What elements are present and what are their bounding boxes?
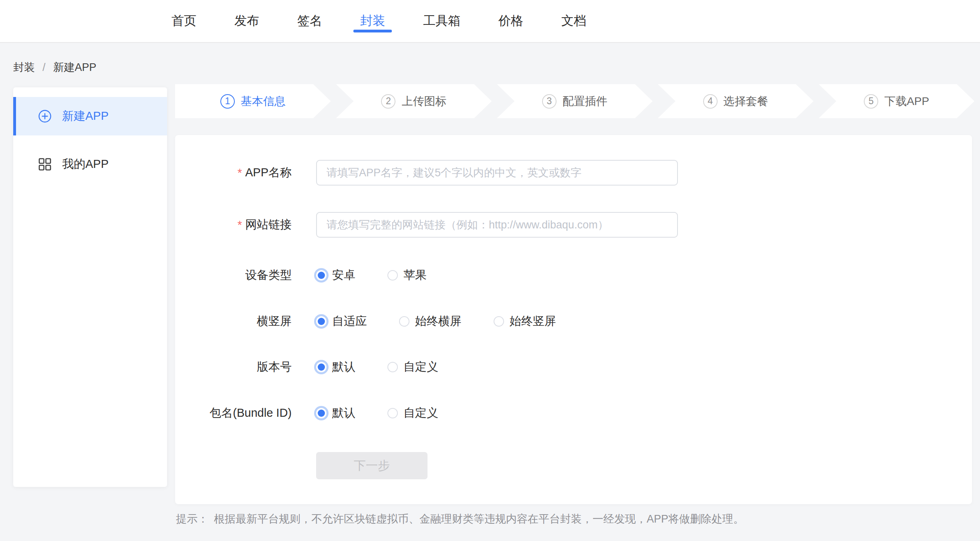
- sidebar-item-label: 新建APP: [62, 108, 109, 124]
- breadcrumb: 封装 / 新建APP: [13, 60, 97, 75]
- tip-prefix: 提示：: [176, 512, 208, 526]
- radio-adaptive[interactable]: 自适应: [316, 313, 367, 329]
- step-number: 5: [864, 94, 878, 109]
- step-label: 上传图标: [401, 94, 446, 109]
- nav-item-pricing[interactable]: 价格: [492, 9, 530, 32]
- nav-items: 首页 发布 签名 封装 工具箱 价格 文档: [0, 0, 980, 32]
- step-number: 3: [542, 94, 557, 109]
- radio-selected-icon: [316, 362, 327, 372]
- website-url-label: 网站链接: [245, 217, 292, 233]
- radio-always-portrait-label: 始终竖屏: [510, 313, 556, 329]
- sidebar-item-my-app[interactable]: 我的APP: [13, 145, 167, 184]
- radio-unselected-icon: [387, 270, 398, 281]
- website-url-input[interactable]: [316, 212, 678, 238]
- radio-version-default-label: 默认: [332, 359, 355, 375]
- orientation-row: 横竖屏 自适应 始终横屏 始终竖屏: [175, 314, 972, 329]
- sidebar-item-label: 我的APP: [62, 156, 109, 172]
- step-2-upload-icon: 2 上传图标: [336, 84, 492, 118]
- device-type-row: 设备类型 安卓 苹果: [175, 268, 972, 283]
- orientation-label: 横竖屏: [257, 313, 292, 329]
- required-marker: *: [238, 218, 242, 232]
- grid-icon: [38, 157, 52, 171]
- radio-always-landscape[interactable]: 始终横屏: [399, 313, 462, 329]
- version-label: 版本号: [257, 359, 292, 375]
- nav-item-docs[interactable]: 文档: [555, 9, 593, 32]
- step-label: 下载APP: [884, 94, 929, 109]
- radio-unselected-icon: [387, 362, 398, 372]
- basic-info-form: * APP名称 * 网站链接 设备类型 安卓 苹果: [175, 135, 972, 504]
- radio-android[interactable]: 安卓: [316, 267, 355, 283]
- radio-bundle-default[interactable]: 默认: [316, 405, 355, 421]
- required-marker: *: [238, 166, 242, 180]
- step-number: 2: [381, 94, 395, 109]
- radio-selected-icon: [316, 408, 327, 418]
- plus-circle-icon: [38, 109, 52, 123]
- version-row: 版本号 默认 自定义: [175, 360, 972, 374]
- radio-unselected-icon: [494, 316, 504, 327]
- step-3-configure-plugins: 3 配置插件: [497, 84, 653, 118]
- breadcrumb-separator: /: [42, 61, 46, 74]
- radio-version-custom-label: 自定义: [403, 359, 438, 375]
- step-label: 选择套餐: [724, 94, 768, 109]
- step-5-download-app: 5 下载APP: [819, 84, 974, 118]
- nav-item-home[interactable]: 首页: [165, 9, 203, 32]
- app-name-row: * APP名称: [175, 160, 972, 186]
- breadcrumb-current: 新建APP: [53, 60, 97, 75]
- radio-bundle-custom-label: 自定义: [403, 405, 438, 421]
- platform-rules-tip: 提示： 根据最新平台规则，不允许区块链虚拟币、金融理财类等违规内容在平台封装，一…: [176, 512, 744, 526]
- radio-version-default[interactable]: 默认: [316, 359, 355, 375]
- radio-android-label: 安卓: [332, 267, 355, 283]
- radio-unselected-icon: [399, 316, 409, 327]
- step-1-basic-info: 1 基本信息: [175, 84, 331, 118]
- radio-adaptive-label: 自适应: [332, 313, 367, 329]
- radio-bundle-default-label: 默认: [332, 405, 355, 421]
- radio-selected-icon: [316, 270, 327, 281]
- step-label: 配置插件: [563, 94, 607, 109]
- step-4-choose-plan: 4 选择套餐: [658, 84, 814, 118]
- tip-text: 根据最新平台规则，不允许区块链虚拟币、金融理财类等违规内容在平台封装，一经发现，…: [214, 512, 744, 526]
- app-name-input[interactable]: [316, 160, 678, 186]
- next-button[interactable]: 下一步: [316, 452, 427, 479]
- step-label: 基本信息: [241, 94, 286, 109]
- nav-item-publish[interactable]: 发布: [228, 9, 266, 32]
- sidebar: 新建APP 我的APP: [13, 87, 167, 487]
- radio-selected-icon: [316, 316, 327, 327]
- app-name-label: APP名称: [245, 165, 292, 181]
- radio-bundle-custom[interactable]: 自定义: [387, 405, 438, 421]
- radio-ios-label: 苹果: [403, 267, 427, 283]
- nav-item-package[interactable]: 封装: [353, 9, 392, 32]
- device-type-label: 设备类型: [245, 267, 292, 283]
- bundle-id-row: 包名(Bundle ID) 默认 自定义: [175, 406, 972, 420]
- nav-item-sign[interactable]: 签名: [290, 9, 329, 32]
- bundle-id-label: 包名(Bundle ID): [210, 405, 292, 421]
- top-navigation: 首页 发布 签名 封装 工具箱 价格 文档: [0, 0, 980, 43]
- sidebar-item-new-app[interactable]: 新建APP: [13, 97, 167, 135]
- radio-unselected-icon: [387, 408, 398, 418]
- website-url-row: * 网站链接: [175, 212, 972, 238]
- radio-version-custom[interactable]: 自定义: [387, 359, 438, 375]
- radio-always-landscape-label: 始终横屏: [415, 313, 462, 329]
- breadcrumb-package[interactable]: 封装: [13, 60, 35, 75]
- radio-always-portrait[interactable]: 始终竖屏: [494, 313, 556, 329]
- radio-ios[interactable]: 苹果: [387, 267, 427, 283]
- nav-item-toolbox[interactable]: 工具箱: [416, 9, 467, 32]
- step-wizard: 1 基本信息 2 上传图标 3 配置插件 4 选择套餐 5 下载APP: [175, 84, 974, 118]
- step-number: 1: [220, 94, 235, 109]
- step-number: 4: [703, 94, 718, 109]
